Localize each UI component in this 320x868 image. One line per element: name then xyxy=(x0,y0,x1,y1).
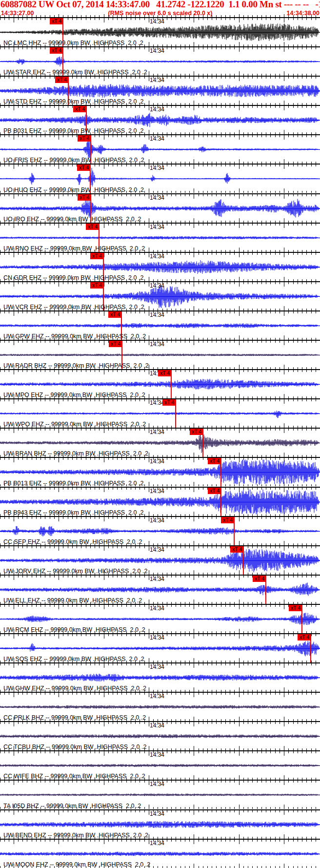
pick-flag[interactable]: xT 4 xyxy=(73,106,87,112)
pick-flag[interactable]: xT 4 xyxy=(77,165,91,171)
trace-row-pb-b943-ehz[interactable]: 14:34xT 4PB B943 EHZ -- 99999.0km BW .HI… xyxy=(0,487,320,516)
station-label: UW GPW EHZ -- 99999.0km BW .HIGHPASS 2.0… xyxy=(3,333,146,340)
trace-row-uw-vcr-ehz[interactable]: 14:34xT 4UW VCR EHZ -- 99999.0km BW .HIG… xyxy=(0,281,320,310)
station-label: PB B013 EHZ -- 99999.0km BW .HIGHPASS 2.… xyxy=(3,480,143,487)
waveform-trace xyxy=(0,674,320,682)
station-label: PB B031 EHZ -- 99999.0km BW .HIGHPASS 2.… xyxy=(3,127,143,134)
pick-flag[interactable]: xT 4 xyxy=(109,341,122,347)
minute-label: 14:34 xyxy=(150,693,164,700)
station-label: PB B943 EHZ -- 99999.0km BW .HIGHPASS 2.… xyxy=(3,509,143,516)
trace-row-uw-rcm-ehz[interactable]: 14:34xT 4UW RCM EHZ -- 99999.0km BW .HIG… xyxy=(0,604,320,633)
minute-label: 14:34 xyxy=(150,135,164,142)
trace-row-uo-iro-ehz[interactable]: 14:34xT 4UO IRO EHZ -- 99999.0km BW .HIG… xyxy=(0,193,320,223)
waveform-trace xyxy=(0,23,320,41)
trace-row-uw-mpo-ehz[interactable]: 14:34xT 4UW MPO EHZ -- 99999.0km BW .HIG… xyxy=(0,369,320,398)
waveform-trace xyxy=(0,323,320,328)
station-label: UW GHW EHZ -- 99999.0km BW .HIGHPASS 2.0… xyxy=(3,685,146,692)
pick-flag[interactable]: xT 4 xyxy=(86,224,100,230)
minute-label: 14:34 xyxy=(150,165,164,171)
trace-row-uw-bend-ehz[interactable]: 14:34UW BEND EHZ -- 99999.0km BW .HIGHPA… xyxy=(0,809,320,839)
waveform-trace xyxy=(0,734,320,738)
trace-row-cc-tcbu-bhz[interactable]: 14:34CC TCBU BHZ -- 99999.0km BW .HIGHPA… xyxy=(0,721,320,750)
pick-flag[interactable]: xT 4 xyxy=(221,517,235,523)
pick-flag[interactable]: xT 4 xyxy=(158,370,172,376)
trace-row-uw-bran-bhz[interactable]: 14:34xT 4UW BRAN BHZ -- 99999.0km BW .HI… xyxy=(0,428,320,457)
pick-flag[interactable]: xT 4 xyxy=(108,311,122,318)
station-label: UW STAR EHZ -- 99999.0km BW .HIGHPASS 2.… xyxy=(3,69,147,76)
waveform-trace xyxy=(0,582,320,596)
minute-label: 14:34 xyxy=(150,840,164,847)
waveform-trace xyxy=(0,353,320,356)
minute-label: 14:34 xyxy=(150,605,164,612)
trace-row-uw-std-ehz[interactable]: 14:34xT 4UW STD EHZ -- 99999.0km BW .HIG… xyxy=(0,76,320,105)
waveform-trace xyxy=(0,199,320,218)
trace-row-nc-lmc-hhz[interactable]: 14:34xT 4NC LMC HHZ -- 99999.0km BW .HIG… xyxy=(0,17,320,46)
trace-row-uw-radr-bhz[interactable]: 14:34xT 4UW RADR BHZ -- 99999.0km BW .HI… xyxy=(0,340,320,369)
waveform-trace xyxy=(0,57,320,67)
trace-row-uo-fris-ehz[interactable]: 14:34xT 4UO FRIS EHZ -- 99999.0km BW .HI… xyxy=(0,134,320,164)
trace-row-uw-rno-ehz[interactable]: 14:34xT 4UW RNO EHZ -- 99999.0km BW .HIG… xyxy=(0,223,320,252)
station-label: CC PRLK BHZ -- 99999.0km BW .HIGHPASS 2.… xyxy=(3,714,146,721)
pick-flag[interactable]: xT 4 xyxy=(208,488,221,494)
station-label: UW RNO EHZ -- 99999.0km BW .HIGHPASS 2.0… xyxy=(3,245,145,252)
trace-row-uw-jorv-ehz[interactable]: 14:34xT 4UW JORV EHZ -- 99999.0km BW .HI… xyxy=(0,545,320,575)
trace-row-uw-moon-ehz[interactable]: 14:34UW MOON EHZ -- 99999.0km BW .HIGHPA… xyxy=(0,839,320,868)
pick-flag[interactable]: xT 4 xyxy=(78,194,91,201)
station-label: UW MOON EHZ -- 99999.0km BW .HIGHPASS 2.… xyxy=(3,861,150,868)
minute-label: 14:34 xyxy=(150,546,164,553)
pick-flag[interactable]: xT 4 xyxy=(50,47,63,54)
pick-flag[interactable]: xT 4 xyxy=(208,458,221,464)
pick-flag[interactable]: xT 4 xyxy=(298,634,311,641)
station-label: UW VCR EHZ -- 99999.0km BW .HIGHPASS 2.0… xyxy=(3,304,144,310)
trace-row-pb-b013-ehz[interactable]: 14:34xT 4PB B013 EHZ -- 99999.0km BW .HI… xyxy=(0,457,320,486)
minute-label: 14:34 xyxy=(150,429,164,435)
trace-row-uw-ghw-ehz[interactable]: 14:34UW GHW EHZ -- 99999.0km BW .HIGHPAS… xyxy=(0,662,320,692)
minute-label: 14:34 xyxy=(150,634,164,641)
trace-row-pb-b031-ehz[interactable]: 14:34xT 4PB B031 EHZ -- 99999.0km BW .HI… xyxy=(0,105,320,134)
pick-flag[interactable]: xT 4 xyxy=(78,135,91,142)
minute-label: 14:34 xyxy=(150,311,164,318)
station-label: UW JORV EHZ -- 99999.0km BW .HIGHPASS 2.… xyxy=(3,568,147,575)
minute-label: 14:34 xyxy=(150,341,164,348)
minute-label: 14:34 xyxy=(150,576,164,582)
station-label: UW RADR BHZ -- 99999.0km BW .HIGHPASS 2.… xyxy=(3,362,149,369)
trace-row-cc-sep-ehz[interactable]: 14:34xT 4CC SEP EHZ -- 99999.0km BW .HIG… xyxy=(0,516,320,545)
pick-flag[interactable]: xT 4 xyxy=(55,77,69,83)
minute-label: 14:34 xyxy=(150,722,164,729)
trace-row-uw-wpo-ehz[interactable]: 14:34xT 4UW WPO EHZ -- 99999.0km BW .HIG… xyxy=(0,398,320,428)
pick-flag[interactable]: xT 4 xyxy=(253,576,266,582)
trace-row-cc-prlk-bhz[interactable]: 14:34CC PRLK BHZ -- 99999.0km BW .HIGHPA… xyxy=(0,692,320,721)
minute-label: 14:34 xyxy=(150,18,164,25)
pick-flag[interactable]: xT 4 xyxy=(289,605,302,611)
waveform-trace xyxy=(0,764,320,767)
waveform-trace xyxy=(0,613,320,625)
pick-flag[interactable]: xT 4 xyxy=(90,253,104,259)
trace-row-ta-i05d-bhz[interactable]: 14:34TA I05D BHZ -- 99999.0km BW .HIGHPA… xyxy=(0,780,320,809)
waveform-trace xyxy=(0,113,320,127)
minute-label: 14:34 xyxy=(150,781,164,787)
minute-label: 14:34 xyxy=(150,77,164,83)
waveform-trace xyxy=(0,705,320,709)
trace-row-cc-wife-bhz[interactable]: 14:34CC WIFE BHZ -- 99999.0km BW .HIGHPA… xyxy=(0,750,320,780)
waveform-trace xyxy=(0,379,320,390)
trace-row-uw-sqs-ehz[interactable]: 14:34xT 4UW SQS EHZ -- 99999.0km BW .HIG… xyxy=(0,633,320,662)
station-label: UW BRAN BHZ -- 99999.0km BW .HIGHPASS 2.… xyxy=(3,450,148,457)
station-label: UW STD EHZ -- 99999.0km BW .HIGHPASS 2.0… xyxy=(3,98,143,105)
station-label: UW SQS EHZ -- 99999.0km BW .HIGHPASS 2.0… xyxy=(3,656,144,662)
minute-label: 14:34 xyxy=(150,47,164,54)
station-label: CC SEP EHZ -- 99999.0km BW .HIGHPASS 2.0… xyxy=(3,538,142,545)
trace-row-uw-star-ehz[interactable]: 14:34xT 4UW STAR EHZ -- 99999.0km BW .HI… xyxy=(0,46,320,76)
station-label: UW ELL EHZ -- 99999.0km BW .HIGHPASS 2.0… xyxy=(3,597,142,604)
pick-flag[interactable]: xT 4 xyxy=(162,399,176,406)
pick-flag[interactable]: xT 4 xyxy=(90,282,104,289)
pick-flag[interactable]: xT 4 xyxy=(230,546,244,553)
trace-row-uo-huo-ehz[interactable]: 14:34xT 4UO HUO EHZ -- 99999.0km BW .HIG… xyxy=(0,164,320,193)
waveform-trace xyxy=(0,794,320,796)
trace-row-uw-ell-ehz[interactable]: 14:34xT 4UW ELL EHZ -- 99999.0km BW .HIG… xyxy=(0,575,320,604)
trace-row-cn-gdr-ehz[interactable]: 14:34xT 4CN GDR EHZ -- 99999.0km BW .HIG… xyxy=(0,252,320,281)
event-header: 60887082 UW Oct 07, 2014 14:33:47.00 41.… xyxy=(0,0,320,17)
pick-flag[interactable]: xT 4 xyxy=(50,18,63,24)
pick-flag[interactable]: xT 4 xyxy=(190,429,203,435)
trace-row-uw-gpw-ehz[interactable]: 14:34xT 4UW GPW EHZ -- 99999.0km BW .HIG… xyxy=(0,310,320,340)
waveform-trace xyxy=(0,526,320,536)
